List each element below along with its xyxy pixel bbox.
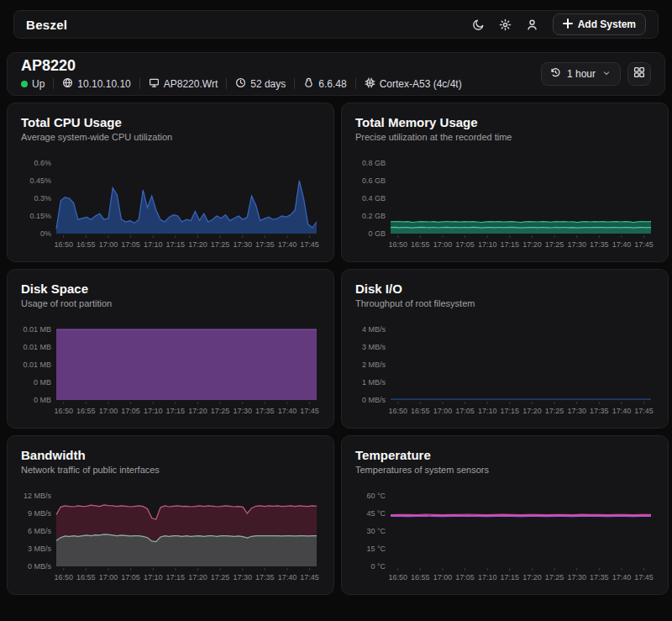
svg-text:17:05: 17:05 [121, 407, 140, 415]
memory-usage-chart: 0 GB0.2 GB0.4 GB0.6 GB0.8 GB16:5016:5517… [355, 150, 654, 259]
app-logo[interactable]: Beszel [26, 18, 67, 32]
svg-text:17:40: 17:40 [612, 240, 632, 249]
svg-text:17:40: 17:40 [278, 407, 297, 415]
svg-text:0 MB: 0 MB [34, 396, 51, 404]
svg-text:0 MB/s: 0 MB/s [28, 562, 52, 571]
svg-text:17:20: 17:20 [522, 240, 542, 249]
bandwidth-card: Bandwidth Network traffic of public inte… [7, 435, 334, 595]
svg-text:12 MB/s: 12 MB/s [24, 492, 52, 500]
svg-text:17:05: 17:05 [455, 240, 475, 249]
svg-text:17:40: 17:40 [612, 407, 632, 415]
system-header-card: AP8220 Up 10.10.10.10 AP8220.Wrt 52 days [7, 52, 665, 96]
chart-subtitle: Temperatures of system sensors [355, 465, 654, 475]
svg-text:17:45: 17:45 [634, 240, 654, 249]
settings-gear-icon[interactable] [499, 18, 512, 31]
system-meta: Up 10.10.10.10 AP8220.Wrt 52 days 6.6.48 [21, 77, 462, 91]
svg-text:16:50: 16:50 [54, 407, 73, 415]
svg-text:17:45: 17:45 [300, 407, 319, 415]
temperature-chart: 0 °C15 °C30 °C45 °C60 °C16:5016:5517:001… [355, 482, 654, 592]
svg-text:17:30: 17:30 [233, 573, 252, 582]
system-name: AP8220 [21, 58, 462, 73]
svg-text:0.4 GB: 0.4 GB [362, 194, 386, 203]
chart-title: Temperature [355, 448, 654, 462]
svg-text:16:55: 16:55 [411, 573, 430, 582]
svg-text:0.8 GB: 0.8 GB [362, 159, 386, 167]
clock-icon [235, 77, 246, 91]
svg-text:0.45%: 0.45% [29, 176, 51, 185]
status-label: Up [32, 78, 45, 90]
bandwidth-chart: 0 MB/s3 MB/s6 MB/s9 MB/s12 MB/s16:5016:5… [21, 482, 320, 592]
chart-title: Disk I/O [355, 282, 654, 296]
chart-subtitle: Network traffic of public interfaces [21, 465, 320, 475]
disk-space-card: Disk Space Usage of root partition 0 MB0… [7, 269, 334, 429]
svg-text:17:15: 17:15 [166, 407, 186, 415]
svg-text:16:55: 16:55 [76, 407, 96, 415]
system-cpu-model: Cortex-A53 (4c/4t) [365, 77, 462, 91]
chart-subtitle: Usage of root partition [21, 298, 320, 308]
svg-text:0.6%: 0.6% [34, 159, 51, 167]
charts-grid: Total CPU Usage Average system-wide CPU … [7, 103, 665, 595]
cpu-usage-card: Total CPU Usage Average system-wide CPU … [7, 103, 334, 262]
system-kernel-label: 6.6.48 [318, 78, 346, 90]
svg-text:17:35: 17:35 [255, 573, 275, 582]
svg-text:0 GB: 0 GB [368, 229, 386, 238]
layout-grid-icon [633, 66, 645, 82]
user-icon[interactable] [526, 18, 539, 31]
plus-icon [563, 18, 573, 31]
svg-text:17:35: 17:35 [255, 407, 275, 415]
meta-divider [226, 78, 227, 89]
svg-text:45 °C: 45 °C [366, 509, 386, 518]
svg-text:30 °C: 30 °C [366, 527, 386, 535]
svg-text:60 °C: 60 °C [366, 492, 386, 500]
svg-text:17:00: 17:00 [433, 407, 453, 415]
svg-text:17:25: 17:25 [211, 573, 230, 582]
svg-text:17:00: 17:00 [433, 573, 453, 582]
chip-icon [365, 77, 375, 91]
svg-text:17:25: 17:25 [545, 407, 564, 415]
svg-text:0.2 GB: 0.2 GB [362, 212, 386, 220]
layout-grid-button[interactable] [627, 62, 651, 86]
system-hostname-label: AP8220.Wrt [164, 78, 218, 90]
svg-text:2 MB/s: 2 MB/s [362, 360, 386, 369]
svg-text:17:20: 17:20 [522, 573, 542, 582]
svg-text:17:15: 17:15 [501, 240, 520, 249]
svg-text:17:15: 17:15 [501, 573, 520, 582]
disk-io-card: Disk I/O Throughput of root filesystem 0… [341, 269, 669, 429]
svg-text:17:00: 17:00 [99, 240, 118, 249]
meta-divider [139, 78, 140, 89]
svg-text:17:25: 17:25 [545, 240, 564, 249]
svg-text:17:05: 17:05 [121, 240, 140, 249]
chart-title: Total Memory Usage [355, 115, 654, 129]
status-dot [21, 81, 28, 87]
svg-text:3 MB/s: 3 MB/s [362, 343, 386, 351]
chart-title: Bandwidth [21, 448, 320, 462]
meta-divider [294, 78, 295, 89]
svg-text:17:45: 17:45 [634, 407, 654, 415]
system-header-controls: 1 hour [541, 62, 651, 86]
svg-text:16:55: 16:55 [76, 240, 96, 249]
svg-text:15 °C: 15 °C [366, 545, 386, 553]
meta-divider [355, 78, 356, 89]
chart-subtitle: Precise utilization at the recorded time [355, 132, 654, 142]
svg-text:17:15: 17:15 [166, 240, 186, 249]
navbar: Beszel Add System [13, 10, 659, 39]
svg-text:17:20: 17:20 [188, 407, 207, 415]
svg-text:16:55: 16:55 [411, 407, 430, 415]
svg-text:17:25: 17:25 [211, 240, 230, 249]
svg-text:16:50: 16:50 [388, 407, 407, 415]
svg-text:17:20: 17:20 [188, 240, 207, 249]
add-system-button[interactable]: Add System [553, 13, 646, 35]
svg-text:17:40: 17:40 [278, 573, 297, 582]
svg-text:16:50: 16:50 [54, 240, 73, 249]
time-range-select[interactable]: 1 hour [541, 62, 621, 86]
svg-text:0.3%: 0.3% [34, 194, 51, 203]
svg-text:17:05: 17:05 [121, 573, 140, 582]
svg-text:0%: 0% [40, 229, 51, 238]
svg-text:17:35: 17:35 [255, 240, 275, 249]
history-icon [550, 67, 561, 81]
chart-subtitle: Throughput of root filesystem [355, 298, 654, 308]
theme-toggle-moon-icon[interactable] [472, 18, 486, 31]
system-info: AP8220 Up 10.10.10.10 AP8220.Wrt 52 days [21, 58, 462, 91]
svg-text:17:15: 17:15 [501, 407, 520, 415]
system-hostname: AP8220.Wrt [149, 77, 218, 91]
